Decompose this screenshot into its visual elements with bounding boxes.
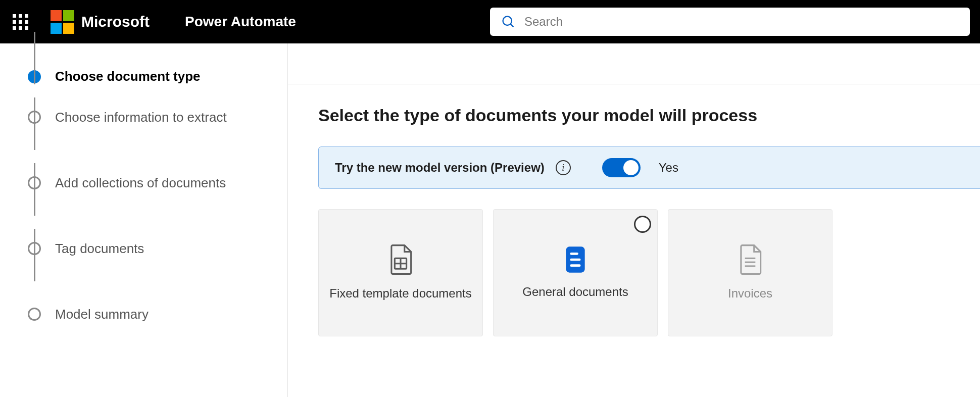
- preview-toggle[interactable]: [602, 158, 641, 177]
- wizard-sidebar: Choose document type Choose information …: [0, 43, 288, 397]
- step-choose-document-type[interactable]: Choose document type: [28, 69, 272, 84]
- step-choose-information[interactable]: Choose information to extract: [28, 84, 272, 150]
- card-general-documents[interactable]: General documents: [493, 209, 658, 336]
- step-label: Tag documents: [55, 241, 144, 257]
- app-name: Power Automate: [185, 14, 296, 30]
- banner-text: Try the new model version (Preview): [335, 161, 545, 175]
- step-label: Add collections of documents: [55, 175, 226, 191]
- search-icon: [501, 15, 515, 29]
- step-dot-icon: [28, 308, 41, 321]
- document-lines-icon: [563, 245, 587, 274]
- brand-name: Microsoft: [81, 13, 150, 30]
- info-icon[interactable]: i: [556, 160, 571, 175]
- search-input[interactable]: [524, 15, 959, 29]
- app-launcher-icon[interactable]: [10, 12, 30, 32]
- divider: [288, 84, 980, 84]
- page-title: Select the type of documents your model …: [318, 106, 980, 125]
- step-label: Choose document type: [55, 69, 200, 84]
- search-box[interactable]: [490, 8, 970, 36]
- card-title: Fixed template documents: [319, 285, 481, 301]
- selection-ring-icon: [634, 216, 651, 233]
- svg-rect-8: [570, 265, 581, 267]
- document-invoice-icon: [737, 244, 764, 275]
- card-fixed-template[interactable]: Fixed template documents: [318, 209, 483, 336]
- step-model-summary[interactable]: Model summary: [28, 281, 272, 347]
- microsoft-logo-icon: [51, 10, 74, 34]
- card-title: General documents: [512, 284, 638, 300]
- svg-rect-7: [570, 259, 581, 261]
- step-label: Model summary: [55, 307, 149, 322]
- svg-point-0: [503, 17, 512, 26]
- step-label: Choose information to extract: [55, 110, 227, 125]
- app-header: Microsoft Power Automate: [0, 0, 980, 43]
- document-type-cards: Fixed template documents General documen…: [318, 209, 980, 336]
- card-title: Invoices: [718, 285, 782, 301]
- svg-rect-6: [570, 253, 578, 255]
- document-grid-icon: [387, 244, 414, 275]
- step-tag-documents[interactable]: Tag documents: [28, 216, 272, 281]
- toggle-label: Yes: [659, 161, 678, 175]
- card-invoices[interactable]: Invoices: [668, 209, 832, 336]
- step-add-collections[interactable]: Add collections of documents: [28, 150, 272, 216]
- page-body: Choose document type Choose information …: [0, 43, 980, 397]
- svg-line-1: [511, 24, 514, 27]
- toggle-knob-icon: [623, 160, 639, 175]
- main-content: Select the type of documents your model …: [288, 43, 980, 397]
- preview-banner: Try the new model version (Preview) i Ye…: [318, 146, 980, 189]
